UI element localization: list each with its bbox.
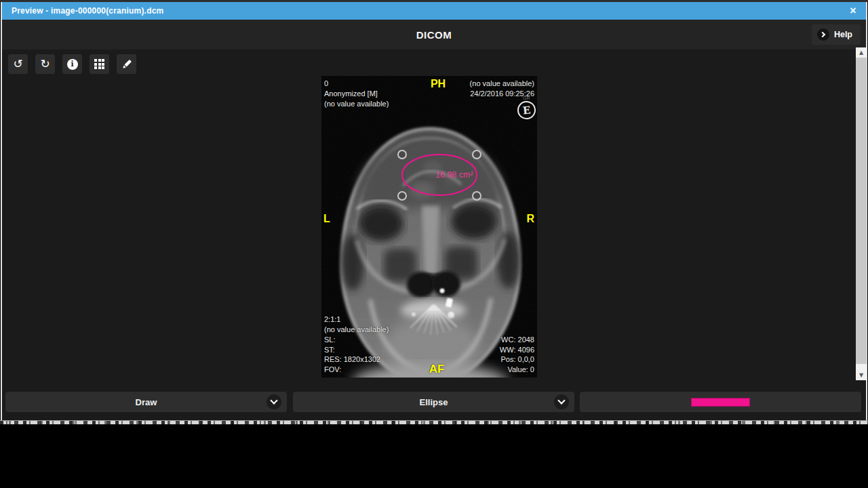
pencil-icon	[121, 58, 133, 70]
black-footer	[0, 424, 868, 488]
chevron-down-icon[interactable]	[267, 394, 281, 409]
vertical-scrollbar[interactable]: ▲ ▼	[856, 47, 867, 380]
shape-select[interactable]: Ellipse	[293, 392, 574, 412]
rotate-cw-button[interactable]: ↻	[35, 54, 55, 74]
overlay-line: (no value available)	[324, 325, 389, 335]
orientation-marker-bottom: AF	[429, 363, 445, 376]
overlay-top-left: 0 Anonymized [M] (no value available)	[324, 79, 389, 108]
overlay-line: FOV:	[324, 365, 389, 375]
overlay-line: (no value available)	[470, 79, 534, 89]
annotation-handle[interactable]	[473, 150, 481, 159]
rotate-ccw-icon: ↺	[13, 58, 22, 70]
rotate-cw-icon: ↻	[40, 58, 50, 70]
info-button[interactable]: i	[62, 54, 82, 74]
app-header: DICOM Help	[2, 20, 866, 49]
orientation-marker-left: L	[323, 213, 330, 225]
overlay-line: SL:	[324, 335, 389, 345]
help-button[interactable]: Help	[812, 24, 861, 45]
tool-select-value: Draw	[136, 397, 157, 407]
annotation-handle[interactable]	[398, 192, 406, 200]
color-swatch[interactable]	[691, 398, 750, 407]
color-panel	[580, 392, 861, 412]
chevron-down-icon[interactable]	[554, 394, 569, 409]
title-bar: Preview - image-000000(cranium).dcm ×	[2, 2, 866, 20]
overlay-line: ST:	[324, 345, 389, 355]
overlay-line: 2:1:1	[324, 314, 389, 325]
measurement-label: 16.98 cm²	[435, 170, 473, 180]
overlay-line: 0	[324, 79, 389, 89]
chevron-right-icon	[817, 28, 829, 41]
overlay-bottom-left: 2:1:1 (no value available) SL: ST: RES: …	[324, 314, 389, 375]
film-marker-small-text: GR	[523, 96, 530, 100]
dicom-viewport[interactable]: 16.98 cm² 0 Anonymized [M] (no value ava…	[321, 76, 537, 378]
grid-button[interactable]	[90, 54, 109, 74]
scrollbar-thumb[interactable]	[856, 58, 867, 364]
overlay-line: RES: 1820x1302	[324, 354, 389, 365]
overlay-line: WC: 2048	[500, 335, 534, 345]
help-label: Help	[834, 30, 852, 39]
overlay-bottom-right: WC: 2048 WW: 4096 Pos: 0,0,0 Value: 0	[500, 335, 534, 375]
rotate-ccw-button[interactable]: ↺	[8, 54, 28, 74]
draw-button[interactable]	[117, 54, 136, 74]
overlay-line: Anonymized [M]	[324, 89, 389, 99]
overlay-line: (no value available)	[324, 99, 389, 109]
info-icon: i	[67, 59, 78, 70]
close-icon[interactable]: ×	[844, 2, 862, 20]
annotation-handle[interactable]	[473, 192, 481, 200]
orientation-marker-top: PH	[431, 78, 446, 90]
preview-window: Preview - image-000000(cranium).dcm × DI…	[1, 2, 867, 420]
shape-select-value: Ellipse	[420, 397, 448, 407]
scroll-up-icon[interactable]: ▲	[856, 47, 867, 58]
orientation-marker-right: R	[526, 213, 534, 225]
page-title: DICOM	[416, 29, 452, 41]
overlay-line: WW: 4096	[500, 345, 534, 355]
overlay-line: Value: 0	[500, 365, 534, 375]
window-title: Preview - image-000000(cranium).dcm	[2, 6, 163, 16]
tool-select[interactable]: Draw	[5, 392, 287, 412]
grid-icon	[94, 59, 104, 69]
overlay-line: Pos: 0,0,0	[500, 354, 534, 365]
scroll-down-icon[interactable]: ▼	[856, 370, 867, 380]
annotation-handle[interactable]	[398, 150, 406, 159]
